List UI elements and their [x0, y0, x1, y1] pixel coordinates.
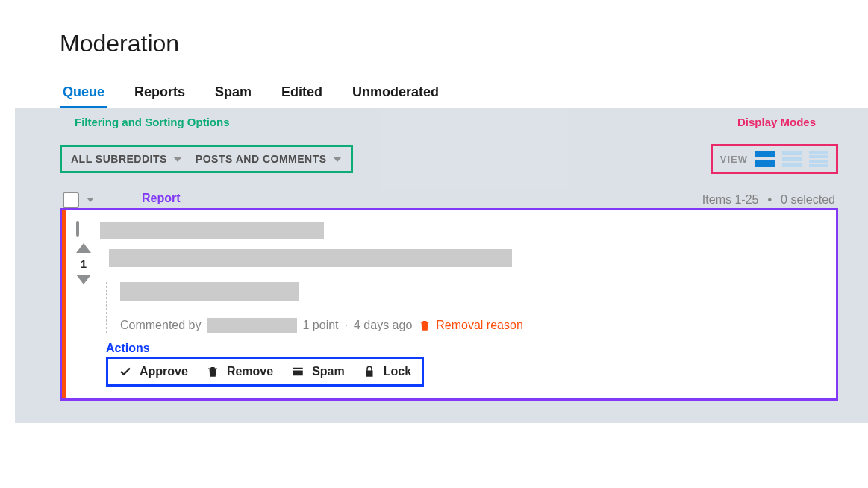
filter-content-type-label: POSTS AND COMMENTS	[196, 153, 327, 165]
age-label: 4 days ago	[354, 319, 412, 332]
lock-button[interactable]: Lock	[363, 365, 411, 378]
annotation-actions-label: Actions	[106, 342, 824, 355]
tab-reports[interactable]: Reports	[131, 78, 188, 108]
upvote-icon[interactable]	[76, 243, 91, 253]
trash-icon	[206, 365, 219, 378]
tabs: Queue Reports Spam Edited Unmoderated	[60, 78, 853, 108]
redacted-title	[100, 222, 324, 239]
select-all-checkbox[interactable]	[63, 192, 79, 208]
remove-button[interactable]: Remove	[206, 365, 273, 378]
spam-icon	[291, 365, 305, 378]
filter-subreddits-dropdown[interactable]: ALL SUBREDDITS	[71, 153, 182, 165]
lock-label: Lock	[384, 365, 411, 378]
removal-reason-label: Removal reason	[436, 319, 523, 332]
report-annotation-box: 1 Commented by 1 point	[60, 208, 838, 401]
caret-down-icon	[173, 157, 182, 162]
spam-button[interactable]: Spam	[291, 365, 345, 378]
approve-label: Approve	[140, 365, 188, 378]
select-all-caret-icon[interactable]	[87, 198, 94, 202]
lock-icon	[363, 365, 376, 378]
redacted-subtitle	[109, 249, 512, 267]
meta-row: Commented by 1 point · 4 days ago Remova…	[120, 318, 824, 333]
toolbar-row: ALL SUBREDDITS POSTS AND COMMENTS VIEW	[60, 144, 838, 174]
tab-queue[interactable]: Queue	[60, 78, 107, 108]
view-mode-list-icon[interactable]	[809, 151, 828, 167]
check-icon	[119, 365, 132, 378]
tab-edited[interactable]: Edited	[278, 78, 325, 108]
tab-unmoderated[interactable]: Unmoderated	[349, 78, 442, 108]
page-title: Moderation	[60, 30, 853, 57]
filter-subreddits-label: ALL SUBREDDITS	[71, 153, 167, 165]
caret-down-icon	[333, 157, 342, 162]
redacted-author	[207, 318, 297, 333]
svg-rect-1	[293, 371, 303, 376]
content-area: Filtering and Sorting Options Display Mo…	[15, 108, 868, 423]
display-modes-box: VIEW	[711, 144, 838, 174]
report-item: 1 Commented by 1 point	[62, 210, 836, 398]
vote-score: 1	[81, 257, 87, 270]
actions-box: Approve Remove Spam Lock	[106, 357, 424, 387]
view-mode-compact-icon[interactable]	[782, 151, 802, 167]
annotation-report-label: Report	[142, 192, 838, 205]
commented-by-label: Commented by	[120, 319, 202, 332]
downvote-icon[interactable]	[76, 275, 91, 284]
filter-content-type-dropdown[interactable]: POSTS AND COMMENTS	[196, 153, 342, 165]
spam-label: Spam	[312, 365, 345, 378]
filter-box: ALL SUBREDDITS POSTS AND COMMENTS	[60, 145, 353, 173]
view-label: VIEW	[720, 154, 748, 165]
annotation-display-label: Display Modes	[737, 116, 816, 128]
remove-label: Remove	[227, 365, 273, 378]
redacted-comment	[120, 282, 299, 301]
meta-separator: ·	[345, 319, 348, 332]
trash-icon	[418, 319, 431, 332]
removal-reason-link[interactable]: Removal reason	[418, 319, 523, 332]
view-mode-card-icon[interactable]	[755, 151, 775, 167]
points-label: 1 point	[303, 319, 339, 332]
annotation-filter-label: Filtering and Sorting Options	[75, 116, 230, 128]
approve-button[interactable]: Approve	[119, 365, 188, 378]
svg-rect-0	[293, 368, 303, 369]
tab-spam[interactable]: Spam	[212, 78, 255, 108]
item-checkbox[interactable]	[76, 221, 79, 237]
